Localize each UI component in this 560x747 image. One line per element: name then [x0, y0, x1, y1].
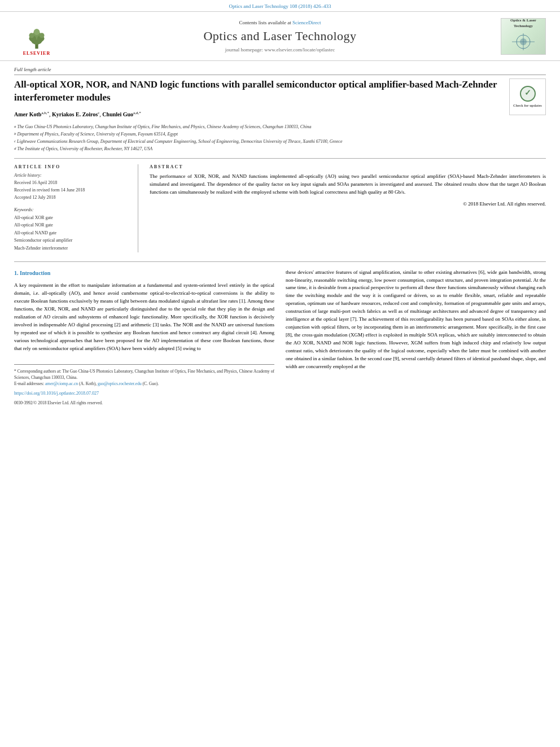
authors-line: Amer Kotba,b,*, Kyriakos E. Zoirosc, Chu…	[14, 110, 546, 119]
copyright-notice: © 2018 Elsevier Ltd. All rights reserved…	[150, 201, 546, 207]
journal-thumb-text: Optics & Laser Technology	[504, 18, 542, 55]
elsevier-brand-text: ELSEVIER	[23, 51, 50, 56]
affiliation-a: a The Guo China-US Photonics Laboratory,…	[14, 124, 546, 130]
journal-title: Optics and Laser Technology	[73, 29, 487, 43]
abstract-text: The performance of XOR, NOR, and NAND fu…	[150, 173, 546, 196]
history-accepted: Accepted 12 July 2018	[14, 194, 129, 202]
email-kotb[interactable]: amer@ciomp.ac.cn	[45, 381, 78, 386]
body-columns: 1. Introduction A key requirement in the…	[14, 269, 546, 407]
svg-point-6	[29, 33, 34, 38]
footnote-corresponding: * Corresponding authors at: The Guo Chin…	[14, 368, 274, 381]
journal-header-right: Optics & Laser Technology	[498, 16, 549, 56]
footnote-divider: * Corresponding authors at: The Guo Chin…	[14, 364, 274, 407]
science-direct-link[interactable]: ScienceDirect	[292, 20, 321, 25]
keyword-3: All-optical NAND gate	[14, 229, 129, 237]
journal-header: ELSEVIER Contents lists available at Sci…	[0, 11, 560, 61]
page-wrapper: Optics and Laser Technology 108 (2018) 4…	[0, 0, 560, 412]
history-received: Received 16 April 2018	[14, 180, 129, 187]
body-col-left: 1. Introduction A key requirement in the…	[14, 269, 274, 407]
journal-homepage: journal homepage: www.elsevier.com/locat…	[73, 47, 487, 53]
journal-thumbnail: Optics & Laser Technology	[501, 18, 546, 55]
copyright-bottom: 0030-3992/© 2018 Elsevier Ltd. All right…	[14, 400, 274, 407]
article-title: All-optical XOR, NOR, and NAND logic fun…	[14, 78, 546, 104]
keywords-label: Keywords:	[14, 207, 129, 212]
affiliation-c: c Lightwave Communications Research Grou…	[14, 138, 546, 145]
journal-reference: Optics and Laser Technology 108 (2018) 4…	[229, 3, 331, 9]
svg-point-7	[40, 33, 45, 38]
keyword-5: Mach-Zehnder interferometer	[14, 244, 129, 252]
email-guo[interactable]: guo@optics.rochester.edu	[98, 381, 142, 386]
article-body: 1. Introduction A key requirement in the…	[14, 261, 546, 407]
check-icon: ✓	[520, 86, 536, 102]
abstract-label: ABSTRACT	[150, 164, 546, 169]
doi-link[interactable]: https://doi.org/10.1016/j.optlastec.2018…	[14, 390, 274, 397]
history-label: Article history:	[14, 173, 129, 178]
body-col-right: these devices' attractive features of si…	[286, 269, 546, 407]
abstract-col: ABSTRACT The performance of XOR, NOR, an…	[150, 164, 546, 252]
affiliations: a The Guo China-US Photonics Laboratory,…	[14, 124, 546, 152]
keyword-4: Semiconductor optical amplifier	[14, 237, 129, 244]
history-revised: Received in revised form 14 June 2018	[14, 187, 129, 194]
article-info-col: ARTICLE INFO Article history: Received 1…	[14, 164, 138, 252]
elsevier-tree-icon	[20, 24, 54, 50]
svg-point-3	[34, 29, 40, 35]
article-info-label: ARTICLE INFO	[14, 164, 129, 169]
footnote-email: E-mail addresses: amer@ciomp.ac.cn (A. K…	[14, 381, 274, 387]
article-content: Full length article All-optical XOR, NOR…	[0, 61, 560, 412]
check-badge: ✓ Check for updates	[509, 78, 546, 115]
article-history: Article history: Received 16 April 2018 …	[14, 173, 129, 201]
science-direct-line: Contents lists available at ScienceDirec…	[73, 20, 487, 25]
affiliation-b: b Department of Physics, Faculty of Scie…	[14, 131, 546, 138]
affiliation-d: d The Institute of Optics, University of…	[14, 146, 546, 152]
journal-header-center: Contents lists available at ScienceDirec…	[62, 20, 498, 53]
top-bar: Optics and Laser Technology 108 (2018) 4…	[0, 0, 560, 11]
elsevier-logo: ELSEVIER	[20, 24, 54, 56]
check-badge-label: Check for updates	[513, 103, 542, 108]
intro-heading: 1. Introduction	[14, 269, 274, 278]
elsevier-logo-area: ELSEVIER	[11, 16, 62, 56]
intro-para-col1: A key requirement in the effort to manip…	[14, 282, 274, 352]
article-type: Full length article	[14, 67, 546, 75]
keyword-1: All-optical XOR gate	[14, 214, 129, 222]
keywords-section: Keywords: All-optical XOR gate All-optic…	[14, 207, 129, 252]
article-meta-section: ARTICLE INFO Article history: Received 1…	[14, 158, 546, 252]
keyword-2: All-optical NOR gate	[14, 221, 129, 229]
intro-para-col2: these devices' attractive features of si…	[286, 269, 546, 371]
